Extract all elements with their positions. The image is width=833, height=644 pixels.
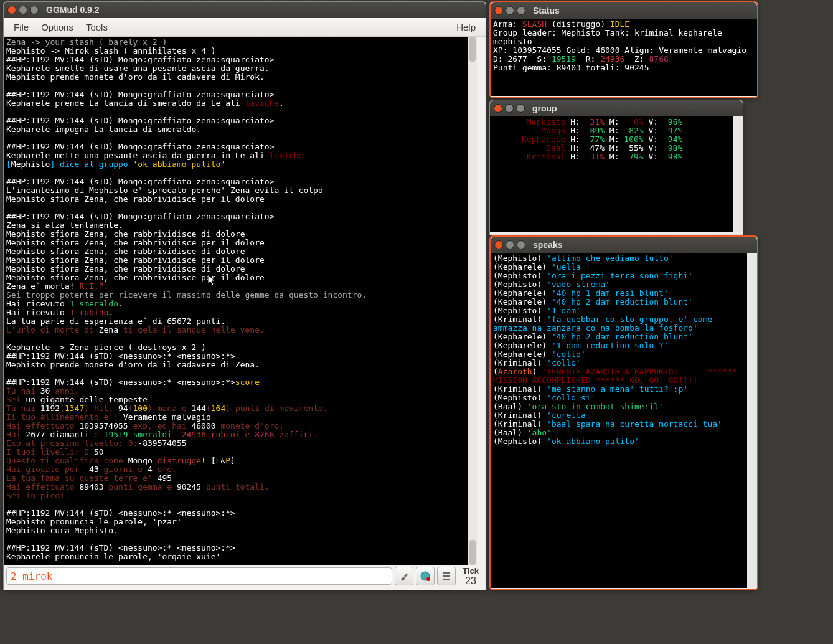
status-titlebar[interactable]: Status — [491, 2, 757, 19]
menu-tools[interactable]: Tools — [80, 21, 114, 34]
close-icon[interactable] — [494, 6, 503, 15]
speak-line: (Kriminal) 'baal spara na curetta mortac… — [493, 420, 745, 429]
pg-label: Punti gemma: — [493, 63, 552, 72]
status-window: Status Arma: SLASH (distruggo) IDLE Grou… — [489, 1, 758, 98]
log-line — [6, 169, 474, 178]
command-input[interactable] — [6, 567, 392, 585]
s-value: 19519 — [552, 54, 576, 64]
speak-line: (Baal) 'ora sto in combat shimeril' — [493, 402, 745, 411]
maximize-icon[interactable] — [517, 240, 525, 249]
log-line: Hai effettuato 89403 punti gemma e 90245… — [6, 483, 474, 491]
scroll-down-icon[interactable] — [469, 540, 476, 565]
s-label: S: — [537, 54, 547, 64]
speaks-body[interactable]: (Mephisto) 'attimo che vediamo tutto'(Ke… — [491, 253, 757, 588]
log-line: Mephisto sfiora Zena, che rabbrividisce … — [6, 195, 474, 204]
speaks-title: speaks — [533, 240, 562, 250]
group-titlebar[interactable]: group — [490, 100, 743, 116]
log-line — [6, 204, 474, 212]
tank-label: Tank: — [605, 28, 629, 37]
log-line: Tu hai 1192(1347) hit, 94(100) mana e 14… — [6, 404, 474, 413]
log-line: I tuoi livelli: D 50 — [6, 448, 474, 457]
group-row: Kepharele H: 77% M: 100% V: 94% — [492, 135, 730, 144]
log-line: ##HP:1192 MV:144 (sTD) Mongo:graffiato z… — [6, 116, 474, 125]
log-line — [6, 535, 474, 544]
maximize-icon[interactable] — [517, 6, 525, 15]
log-line: ##HP:1192 MV:144 (sTD) Mongo:graffiato z… — [6, 90, 474, 99]
speak-line: (Kepharele) '1 dam reduction solo ?' — [493, 341, 745, 350]
minimize-icon[interactable] — [505, 104, 514, 113]
speak-line: (Mephisto) '1 dam' — [493, 306, 745, 315]
group-row: Mongo H: 89% M: 82% V: 97% — [492, 126, 730, 135]
menu-options[interactable]: Options — [35, 21, 80, 34]
log-line: L'urlo di morte di Zena ti gela il sangu… — [6, 326, 474, 334]
gold-value: 46000 — [595, 45, 619, 55]
d-label: D: — [493, 54, 503, 64]
list-button[interactable] — [437, 567, 456, 585]
log-line: ##HP:1192 MV:144 (sTD) <nessuno>:* <ness… — [6, 352, 474, 361]
speak-line: (Kriminal) 'fa quebbar co sto gruppo, e'… — [493, 315, 745, 333]
window-title: GGMud 0.9.2 — [46, 5, 100, 15]
log-line: Kepharele -> Zena pierce ( destroys x 2 … — [6, 343, 474, 352]
menu-help[interactable]: Help — [450, 21, 482, 34]
minimize-icon[interactable] — [19, 6, 27, 14]
log-line: ##HP:1192 MV:144 (sTD) Mongo:graffiato z… — [6, 55, 474, 64]
maximize-icon[interactable] — [30, 6, 39, 14]
pin-icon — [399, 571, 409, 581]
speaks-titlebar[interactable]: speaks — [491, 237, 757, 253]
log-line — [6, 561, 474, 565]
align-value: Veramente malvagio — [659, 45, 746, 55]
gl-value: Mephisto — [562, 28, 601, 37]
align-label: Align: — [624, 45, 654, 55]
scroll-up-icon[interactable] — [469, 37, 476, 62]
menu-file[interactable]: File — [7, 21, 35, 34]
speak-line: (Mephisto) 'vado strema' — [493, 280, 745, 289]
tot-value: 90245 — [624, 63, 649, 72]
group-body[interactable]: Mephisto H: 31% M: 0% V: 96% Mongo H: 89… — [490, 116, 743, 232]
main-titlebar[interactable]: GGMud 0.9.2 — [4, 2, 486, 18]
log-line: Hai giocato per -43 giorni e 4 ore. — [6, 465, 474, 474]
scrollbar-vertical[interactable] — [468, 37, 477, 565]
log-line: Mephisto sfiora Zena, che rabbrividisce … — [6, 265, 474, 273]
log-line: Kepharele smette di usare una pesante as… — [6, 64, 474, 73]
menubar: File Options Tools Help — [4, 18, 486, 37]
log-line — [6, 369, 474, 378]
log-line: ##HP:1192 MV:144 (sTD) Mongo:graffiato z… — [6, 143, 474, 151]
speak-line: (Kepharele) '40 hp 2 dam reduction blunt… — [493, 333, 745, 341]
log-line: [Mephisto] dice al gruppo 'ok abbiamo pu… — [6, 160, 474, 169]
minimize-icon[interactable] — [506, 6, 514, 15]
close-icon[interactable] — [494, 104, 502, 113]
svg-point-1 — [426, 577, 430, 581]
log-line: ##HP:1192 MV:144 (sTD) Mongo:graffiato z… — [6, 178, 474, 186]
pin-button[interactable] — [395, 567, 413, 585]
log-line: Kepharele impugna La lancia di smeraldo. — [6, 125, 474, 134]
group-row: Kriminal H: 31% M: 79% V: 98% — [492, 153, 730, 161]
log-line: Mephisto sfiora Zena, che rabbrividisce … — [6, 256, 474, 265]
log-line: Mephisto sfiora Zena, che rabbrividisce … — [6, 230, 474, 239]
arma-paren: (distruggo) — [552, 19, 605, 29]
log-line: Tu hai 30 anni. — [6, 387, 474, 395]
r-value: 24936 — [600, 54, 624, 64]
list-icon — [441, 571, 451, 581]
log-line: Zena si alza lentamente. — [6, 221, 474, 230]
tick-display: Tick 23 — [458, 566, 483, 587]
globe-icon — [420, 571, 431, 582]
world-button[interactable] — [416, 567, 435, 585]
speak-line: (Azaroth) 'TENENTE AZAROTH A RAPPORTO: *… — [493, 367, 745, 385]
speaks-window: speaks (Mephisto) 'attimo che vediamo tu… — [489, 235, 758, 590]
main-window: GGMud 0.9.2 File Options Tools Help Zena… — [3, 1, 486, 590]
tick-value: 23 — [458, 575, 483, 587]
log-line: La tua fama su queste terre e' 495 — [6, 474, 474, 483]
speak-line: (Mephisto) 'collo si' — [493, 394, 745, 402]
close-icon[interactable] — [7, 6, 16, 14]
speak-line: (Mephisto) 'ora i pezzi terra sono fighi… — [493, 272, 745, 280]
log-line: Hai 2677 diamanti e 19519 smeraldi 24936… — [6, 430, 474, 439]
log-line: ##HP:1192 MV:144 (sTD) Mongo:graffiato z… — [6, 212, 474, 221]
log-line: Mephisto sfiora Zena, che rabbrividisce … — [6, 273, 474, 282]
log-line: Mephisto pronuncia le parole, 'pzar' — [6, 518, 474, 526]
status-body[interactable]: Arma: SLASH (distruggo) IDLE Group leade… — [491, 19, 757, 96]
maximize-icon[interactable] — [516, 104, 525, 113]
minimize-icon[interactable] — [506, 240, 514, 249]
log-line: La tua parte di esperienza e` di 65672 p… — [6, 317, 474, 326]
main-terminal[interactable]: Zena -> your stash ( barely x 2 )Mephist… — [4, 37, 486, 565]
close-icon[interactable] — [494, 240, 503, 249]
